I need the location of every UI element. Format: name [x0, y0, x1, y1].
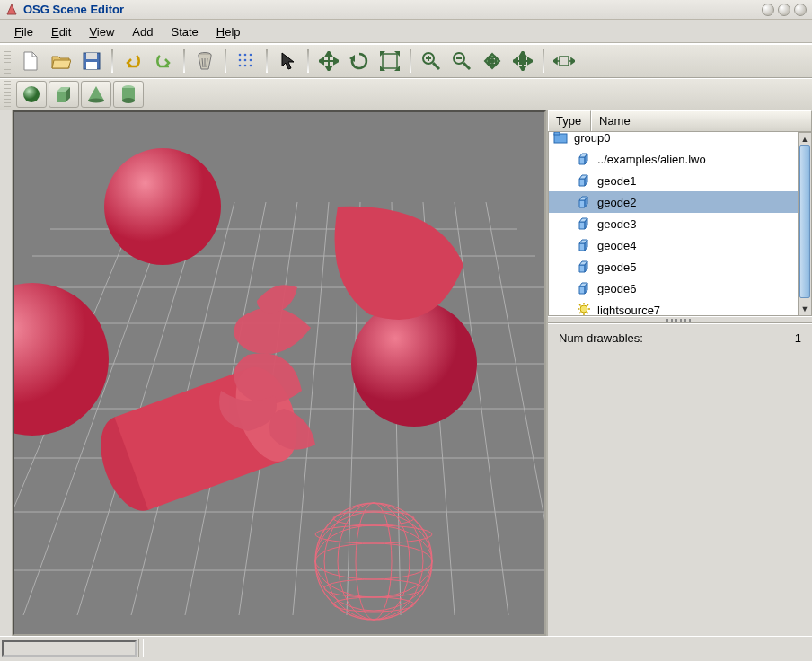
home-view-button[interactable] [550, 48, 578, 75]
svg-rect-3 [86, 62, 97, 69]
tree-row-label: geode4 [596, 239, 798, 252]
move-tool-button[interactable] [314, 48, 343, 75]
svg-point-40 [490, 59, 494, 63]
svg-marker-117 [579, 265, 585, 272]
redo-button[interactable] [149, 48, 178, 75]
tree-row[interactable]: ../examples/alien.lwo [549, 148, 798, 170]
add-box-button[interactable] [49, 81, 79, 108]
svg-point-14 [239, 65, 242, 67]
svg-line-128 [579, 304, 581, 306]
pan-tool-button[interactable] [478, 48, 507, 75]
svg-point-92 [315, 512, 432, 611]
select-arrow-button[interactable] [273, 48, 302, 75]
add-sphere-button[interactable] [16, 81, 47, 108]
zoom-out-button[interactable] [447, 48, 476, 75]
svg-rect-24 [383, 54, 397, 68]
tree-row[interactable]: geode1 [549, 170, 798, 191]
tree-row-label: geode6 [596, 282, 798, 295]
tree-row-label: ../examples/alien.lwo [596, 153, 798, 166]
menu-add[interactable]: Add [123, 22, 162, 41]
svg-point-123 [580, 305, 587, 313]
app-icon [5, 4, 18, 16]
svg-point-84 [14, 283, 109, 436]
svg-marker-43 [520, 51, 525, 56]
new-file-button[interactable] [16, 48, 45, 75]
svg-point-8 [239, 54, 242, 57]
tree-col-name[interactable]: Name [591, 110, 812, 131]
svg-marker-46 [528, 58, 533, 64]
svg-marker-39 [496, 57, 499, 65]
toolbar-handle[interactable] [4, 48, 11, 75]
properties-panel: Num drawables: 1 [548, 323, 812, 636]
tree-row-label: group0 [572, 132, 798, 145]
minimize-button[interactable] [762, 4, 774, 16]
scene-tree[interactable]: group0../examples/alien.lwogeode1geode2g… [548, 132, 799, 316]
svg-marker-37 [489, 65, 496, 68]
scale-tool-button[interactable] [375, 48, 404, 75]
shape-toolbar-handle[interactable] [4, 81, 11, 108]
tree-row[interactable]: group0 [549, 132, 798, 148]
tree-row[interactable]: geode3 [549, 213, 798, 234]
svg-marker-45 [513, 58, 517, 64]
save-file-button[interactable] [77, 48, 106, 75]
svg-line-34 [463, 63, 470, 69]
statusbar [0, 636, 812, 659]
menu-view[interactable]: View [80, 22, 123, 41]
close-button[interactable] [794, 4, 807, 16]
menu-edit[interactable]: Edit [42, 22, 80, 41]
open-file-button[interactable] [47, 48, 75, 75]
menubar: File Edit View Add State Help [0, 20, 812, 44]
svg-marker-52 [571, 58, 575, 64]
svg-point-85 [351, 301, 477, 427]
svg-marker-108 [579, 200, 585, 207]
tree-row[interactable]: geode4 [549, 234, 798, 256]
tree-row-label: lightsource7 [596, 304, 798, 317]
svg-marker-51 [553, 58, 557, 64]
tree-col-type[interactable]: Type [548, 110, 591, 131]
menu-help[interactable]: Help [207, 22, 250, 41]
tree-row-label: geode5 [596, 260, 798, 274]
svg-point-91 [315, 525, 432, 597]
svg-line-129 [587, 304, 589, 306]
svg-line-131 [587, 313, 589, 314]
zoom-in-button[interactable] [417, 48, 446, 75]
delete-button[interactable] [190, 48, 219, 75]
svg-marker-120 [579, 286, 585, 294]
tree-row[interactable]: geode5 [549, 256, 798, 278]
svg-marker-0 [7, 4, 16, 14]
maximize-button[interactable] [778, 4, 790, 16]
svg-marker-20 [326, 66, 331, 71]
tree-row[interactable]: geode6 [549, 278, 798, 299]
svg-marker-111 [579, 222, 585, 229]
box-node-icon [576, 195, 592, 209]
scroll-up-icon[interactable]: ▲ [799, 133, 811, 145]
svg-rect-47 [520, 58, 525, 64]
svg-point-13 [250, 59, 252, 62]
svg-point-9 [244, 54, 247, 57]
undo-button[interactable] [119, 48, 147, 75]
svg-point-97 [324, 579, 423, 597]
rotate-tool-button[interactable] [345, 48, 374, 75]
svg-rect-48 [560, 57, 569, 66]
tree-row-label: geode1 [596, 174, 798, 188]
svg-rect-2 [86, 53, 97, 59]
left-gutter [0, 110, 13, 636]
add-cylinder-button[interactable] [113, 81, 144, 108]
scroll-down-icon[interactable]: ▼ [799, 303, 811, 315]
add-cone-button[interactable] [81, 81, 111, 108]
svg-point-95 [324, 503, 423, 620]
tree-scrollbar[interactable]: ▲ ▼ [799, 132, 812, 316]
tree-row[interactable]: geode2 [549, 191, 798, 213]
svg-line-30 [433, 63, 439, 69]
box-node-icon [576, 281, 592, 295]
snap-grid-button[interactable] [232, 48, 260, 75]
3d-viewport[interactable] [13, 110, 546, 636]
status-box [2, 640, 137, 657]
tree-row[interactable]: lightsource7 [549, 299, 798, 316]
svg-marker-22 [334, 58, 339, 64]
menu-state[interactable]: State [162, 22, 207, 41]
orbit-tool-button[interactable] [508, 48, 537, 75]
horizontal-splitter[interactable] [548, 316, 812, 323]
scroll-thumb[interactable] [799, 145, 810, 298]
menu-file[interactable]: File [5, 22, 42, 41]
